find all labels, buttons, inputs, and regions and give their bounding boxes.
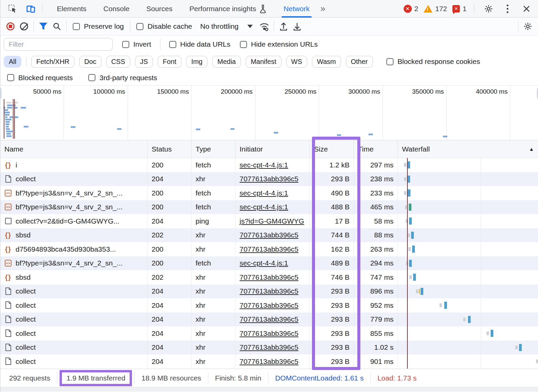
table-row[interactable]: collect 204 xhr 7077613abb396c5 293 B 85… — [0, 326, 538, 341]
invert-checkbox[interactable]: Invert — [122, 40, 151, 48]
initiator-link[interactable]: 7077613abb396c5 — [240, 315, 298, 323]
initiator-link[interactable]: js?id=G-GM4GWYG — [240, 217, 304, 225]
settings-gear-icon[interactable] — [482, 2, 495, 16]
tab-performance-insights[interactable]: Performance insights — [182, 0, 274, 18]
chip-wasm[interactable]: Wasm — [312, 56, 341, 68]
initiator-link[interactable]: 7077613abb396c5 — [240, 245, 298, 253]
overview-request-bar — [6, 128, 10, 130]
close-devtools-icon[interactable] — [520, 2, 533, 16]
console-error-badge[interactable]: ✕ 2 — [404, 5, 419, 13]
overview-request-bar — [5, 114, 9, 116]
record-network-log-icon[interactable] — [4, 20, 17, 33]
initiator-link[interactable]: sec-cpt-4-4.js:1 — [240, 203, 288, 211]
chip-all[interactable]: All — [4, 56, 21, 68]
issues-badge[interactable]: ✕ 1 — [452, 5, 467, 13]
initiator-link[interactable]: 7077613abb396c5 — [240, 358, 298, 366]
chip-font[interactable]: Font — [158, 56, 181, 68]
column-header-type[interactable]: Type — [192, 140, 236, 158]
chip-manifest[interactable]: Manifest — [246, 56, 282, 68]
hide-data-urls-checkbox[interactable]: Hide data URLs — [169, 40, 230, 48]
kebab-menu-icon[interactable] — [501, 2, 514, 16]
blocked-response-cookies-checkbox[interactable]: Blocked response cookies — [386, 57, 480, 66]
column-header-size[interactable]: Size — [310, 140, 354, 158]
more-tabs-icon[interactable]: » — [317, 3, 328, 14]
table-row[interactable]: collect?v=2&tid=G-GM4GWYG... 204 ping js… — [0, 214, 538, 228]
chip-doc[interactable]: Doc — [79, 56, 102, 68]
column-header-waterfall[interactable]: Waterfall▲ — [398, 140, 538, 158]
filter-input[interactable] — [4, 38, 113, 51]
request-name: bf?type=js3&sn=v_4_srv_2_sn_... — [16, 203, 122, 211]
console-warning-badge[interactable]: 172 — [424, 5, 447, 13]
filter-funnel-icon[interactable] — [37, 20, 50, 33]
table-row[interactable]: {} i 200 fetch sec-cpt-4-4.js:1 1.2 kB 2… — [0, 158, 538, 172]
clear-network-log-icon[interactable] — [17, 20, 31, 33]
chip-fetch-xhr[interactable]: Fetch/XHR — [31, 56, 74, 68]
network-filter-row: Invert Hide data URLs Hide extension URL… — [0, 36, 538, 53]
initiator-link[interactable]: 7077613abb396c5 — [240, 287, 298, 295]
hide-extension-urls-checkbox[interactable]: Hide extension URLs — [240, 40, 318, 48]
import-har-icon[interactable] — [277, 20, 290, 33]
preserve-log-checkbox[interactable]: Preserve log — [73, 22, 124, 30]
overview-grid-segment: 250000 ms — [255, 86, 319, 140]
hide-data-urls-label: Hide data URLs — [180, 40, 230, 48]
initiator-link[interactable]: sec-cpt-4-4.js:1 — [240, 161, 288, 169]
overview-request-bar — [6, 126, 9, 128]
table-row[interactable]: {} d75694893bca435d930ba353... 200 xhr 7… — [0, 242, 538, 256]
initiator-link[interactable]: 7077613abb396c5 — [240, 231, 298, 239]
search-icon[interactable] — [50, 20, 64, 33]
tab-console[interactable]: Console — [96, 0, 137, 18]
network-settings-gear-icon[interactable] — [521, 20, 535, 33]
initiator-link[interactable]: 7077613abb396c5 — [240, 343, 298, 351]
sort-ascending-icon[interactable]: ▲ — [529, 146, 534, 152]
column-header-status[interactable]: Status — [148, 140, 192, 158]
inspect-element-icon[interactable] — [6, 2, 19, 16]
table-row[interactable]: collect 204 xhr 7077613abb396c5 293 B 89… — [0, 284, 538, 299]
disable-cache-checkbox[interactable]: Disable cache — [136, 22, 192, 30]
third-party-requests-checkbox[interactable]: 3rd-party requests — [88, 74, 157, 82]
waterfall-waiting-tick — [536, 360, 538, 363]
column-header-time[interactable]: Time — [354, 140, 398, 158]
table-row[interactable]: collect 204 xhr 7077613abb396c5 293 B 95… — [0, 298, 538, 313]
tab-elements[interactable]: Elements — [49, 0, 94, 18]
chip-media[interactable]: Media — [212, 56, 241, 68]
table-row[interactable]: <> bf?type=js3&sn=v_4_srv_2_sn_... 200 f… — [0, 256, 538, 271]
table-row[interactable]: <> bf?type=js3&sn=v_4_srv_2_sn_... 200 f… — [0, 200, 538, 214]
time-cell: 779 ms — [354, 313, 398, 327]
table-row[interactable]: collect 204 xhr 7077613abb396c5 293 B 1.… — [0, 341, 538, 355]
name-cell: collect — [0, 341, 148, 355]
column-header-name[interactable]: Name — [0, 140, 148, 158]
table-row[interactable]: <> bf?type=js3&sn=v_4_srv_2_sn_... 200 f… — [0, 186, 538, 200]
size-cell: 293 B — [310, 313, 354, 327]
initiator-link[interactable]: 7077613abb396c5 — [240, 301, 298, 309]
network-conditions-icon[interactable] — [257, 20, 271, 33]
initiator-link[interactable]: 7077613abb396c5 — [240, 175, 298, 183]
export-har-icon[interactable] — [290, 20, 304, 33]
table-row[interactable]: {} sbsd 202 xhr 7077613abb396c5 744 B 88… — [0, 228, 538, 243]
chip-css[interactable]: CSS — [106, 56, 130, 68]
initiator-link[interactable]: sec-cpt-4-4.js:1 — [240, 189, 288, 197]
chip-js[interactable]: JS — [135, 56, 153, 68]
device-toolbar-icon[interactable] — [24, 2, 38, 16]
chip-img[interactable]: Img — [186, 56, 207, 68]
waterfall-gridline — [481, 158, 481, 369]
blocked-requests-checkbox[interactable]: Blocked requests — [7, 74, 73, 82]
table-row[interactable]: {} sbsd 202 xhr 7077613abb396c5 746 B 74… — [0, 270, 538, 284]
request-name: collect — [16, 301, 36, 309]
throttling-dropdown[interactable]: No throttling — [200, 22, 253, 30]
chip-other[interactable]: Other — [346, 56, 373, 68]
name-cell: {} d75694893bca435d930ba353... — [0, 242, 148, 256]
initiator-link[interactable]: 7077613abb396c5 — [240, 273, 298, 281]
initiator-link[interactable]: sec-cpt-4-4.js:1 — [240, 259, 288, 267]
table-row[interactable]: collect 204 xhr 7077613abb396c5 293 B 77… — [0, 313, 538, 327]
column-header-initiator[interactable]: Initiator — [236, 140, 310, 158]
table-row[interactable]: collect 204 xhr 7077613abb396c5 293 B 23… — [0, 172, 538, 186]
chip-ws[interactable]: WS — [286, 56, 307, 68]
network-overview-timeline[interactable]: 50000 ms100000 ms150000 ms200000 ms25000… — [0, 86, 538, 140]
type-cell: ping — [192, 214, 236, 228]
table-row[interactable]: collect 204 xhr 7077613abb396c5 293 B 90… — [0, 354, 538, 369]
tab-sources[interactable]: Sources — [139, 0, 180, 18]
column-header-label: Status — [152, 145, 172, 153]
tab-network[interactable]: Network — [276, 0, 317, 18]
type-cell: xhr — [192, 270, 236, 284]
initiator-link[interactable]: 7077613abb396c5 — [240, 329, 298, 338]
